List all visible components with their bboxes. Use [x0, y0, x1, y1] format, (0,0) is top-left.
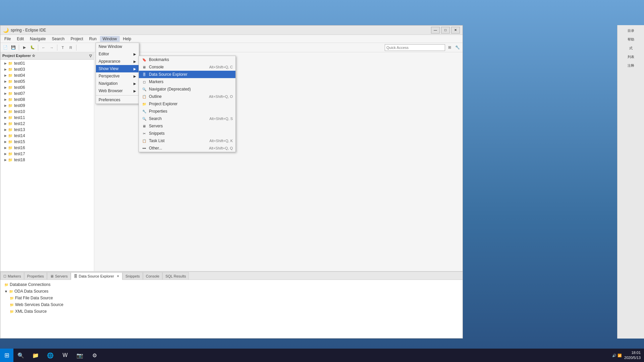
view-datasource-explorer[interactable]: 🗄 Data Source Explorer — [139, 71, 235, 78]
menu-window[interactable]: Window — [100, 36, 120, 42]
tab-properties[interactable]: Properties — [24, 272, 47, 280]
xml-datasource-node[interactable]: 📁 XML Data Source — [3, 308, 460, 315]
project-test18[interactable]: ▶ 📁 test18 — [0, 157, 94, 163]
view-outline[interactable]: 📋 Outline Alt+Shift+Q, O — [139, 93, 235, 100]
project-label: test04 — [14, 73, 25, 78]
view-search[interactable]: 🔍 Search Alt+Shift+Q, S — [139, 115, 235, 122]
tab-snippets[interactable]: Snippets — [122, 272, 143, 280]
project-test07[interactable]: ▶ 📁 test07 — [0, 90, 94, 97]
toolbar-back[interactable]: ← — [40, 44, 47, 51]
taskbar-app1[interactable]: 📷 — [72, 349, 87, 362]
panel-menu-icon[interactable]: ▽ — [89, 54, 92, 58]
folder-icon: 📁 — [10, 303, 14, 307]
folder-icon: 📁 — [8, 104, 13, 108]
tab-markers[interactable]: ◻ Markers — [0, 272, 24, 280]
menu-project[interactable]: Project — [68, 36, 86, 42]
menu-separator — [96, 95, 139, 96]
desktop: 🌙 spring - Eclipse IDE — □ ✕ File Edit N… — [0, 0, 644, 362]
project-test03[interactable]: ▶ 📁 test03 — [0, 66, 94, 72]
view-bookmarks[interactable]: 🔖 Bookmarks — [139, 56, 235, 63]
tab-console[interactable]: Console — [143, 272, 162, 280]
toolbar-debug[interactable]: 🐛 — [29, 44, 36, 51]
project-test10[interactable]: ▶ 📁 test10 — [0, 109, 94, 115]
menu-web-browser[interactable]: Web Browser ▶ — [96, 87, 139, 95]
taskbar-browser[interactable]: 🌐 — [43, 349, 58, 362]
minimize-button[interactable]: — — [431, 27, 440, 34]
project-test09[interactable]: ▶ 📁 test09 — [0, 103, 94, 109]
taskbar-settings[interactable]: ⚙ — [87, 349, 102, 362]
folder-icon: 📁 — [8, 152, 13, 156]
menu-perspective[interactable]: Perspective ▶ — [96, 72, 139, 80]
menu-help[interactable]: Help — [120, 36, 134, 42]
view-navigator-deprecated[interactable]: 🔍 Navigator (Deprecated) — [139, 85, 235, 93]
tab-close-icon[interactable]: ✕ — [117, 275, 119, 278]
taskbar-file-explorer[interactable]: 📁 — [28, 349, 43, 362]
eclipse-menubar: File Edit Navigate Search Project Run Wi… — [0, 35, 463, 43]
project-test01[interactable]: ▶ 📁 test01 — [0, 60, 94, 66]
project-test11[interactable]: ▶ 📁 test11 — [0, 115, 94, 121]
project-test14[interactable]: ▶ 📁 test14 — [0, 133, 94, 139]
taskbar-search[interactable]: 🔍 — [13, 349, 28, 362]
project-test06[interactable]: ▶ 📁 test06 — [0, 84, 94, 90]
tab-datasource[interactable]: 🗄 Data Source Explorer ✕ — [71, 273, 122, 280]
menu-search[interactable]: Search — [49, 36, 67, 42]
project-test17[interactable]: ▶ 📁 test17 — [0, 151, 94, 157]
project-test16[interactable]: ▶ 📁 test16 — [0, 145, 94, 151]
expand-icon: ▶ — [4, 158, 7, 162]
webservices-node[interactable]: 📁 Web Services Data Source — [3, 301, 460, 308]
menu-show-view[interactable]: Show View ▶ — [96, 65, 139, 72]
toolbar-perspective[interactable]: ⊞ — [446, 44, 453, 51]
menu-preferences[interactable]: Preferences — [96, 96, 139, 104]
toolbar-open-res[interactable]: R — [67, 44, 74, 51]
close-button[interactable]: ✕ — [451, 27, 460, 34]
far-right-btn-1[interactable]: 目录 — [621, 28, 641, 35]
snippets-label: Snippets — [149, 131, 165, 136]
project-test13[interactable]: ▶ 📁 test13 — [0, 127, 94, 133]
project-test15[interactable]: ▶ 📁 test15 — [0, 139, 94, 145]
toolbar-forward[interactable]: → — [48, 44, 55, 51]
project-explorer-content[interactable]: ▶ 📁 test01 ▶ 📁 test03 ▶ 📁 test04 — [0, 60, 94, 271]
flat-file-node[interactable]: 📁 Flat File Data Source — [3, 295, 460, 301]
menu-run[interactable]: Run — [87, 36, 99, 42]
far-right-btn-4[interactable]: 列表 — [621, 54, 641, 61]
project-test08[interactable]: ▶ 📁 test08 — [0, 97, 94, 103]
start-button[interactable]: ⊞ — [0, 349, 13, 362]
tab-servers[interactable]: 🖥 Servers — [47, 272, 71, 280]
taskbar-word[interactable]: W — [58, 349, 72, 362]
view-other[interactable]: ••• Other... Alt+Shift+Q, Q — [139, 144, 235, 152]
menu-navigate[interactable]: Navigate — [27, 36, 48, 42]
menu-appearance[interactable]: Appearance ▶ — [96, 58, 139, 65]
view-properties[interactable]: 🔧 Properties — [139, 108, 235, 115]
menu-new-window[interactable]: New Window — [96, 43, 139, 50]
tab-sqlresults[interactable]: SQL Results — [162, 272, 189, 280]
toolbar-new[interactable]: 📄 — [2, 44, 9, 51]
view-snippets[interactable]: ✂ Snippets — [139, 130, 235, 137]
view-project-explorer[interactable]: 📁 Project Explorer — [139, 100, 235, 108]
far-right-btn-3[interactable]: 式 — [621, 45, 641, 53]
far-right-btn-2[interactable]: 帮助 — [621, 37, 641, 44]
project-test12[interactable]: ▶ 📁 test12 — [0, 121, 94, 127]
view-servers[interactable]: 🖥 Servers — [139, 122, 235, 130]
project-label: test17 — [14, 152, 25, 156]
view-markers[interactable]: ◻ Markers — [139, 78, 235, 85]
db-connections-node[interactable]: 📁 Database Connections — [3, 281, 460, 288]
oda-datasources-node[interactable]: ▼ 📁 ODA Data Sources — [3, 288, 460, 295]
project-label: test05 — [14, 79, 25, 84]
menu-edit[interactable]: Edit — [14, 36, 26, 42]
toolbar-save[interactable]: 💾 — [10, 44, 17, 51]
quick-access-input[interactable] — [385, 44, 445, 51]
project-test04[interactable]: ▶ 📁 test04 — [0, 72, 94, 78]
toolbar-run[interactable]: ▶ — [21, 44, 28, 51]
project-test05[interactable]: ▶ 📁 test05 — [0, 78, 94, 84]
toolbar-icon-2[interactable]: 🔧 — [454, 44, 461, 51]
outline-icon: 📋 — [142, 94, 147, 99]
menu-editor[interactable]: Editor ▶ — [96, 50, 139, 58]
view-console[interactable]: 🖥 Console Alt+Shift+Q, C — [139, 63, 235, 71]
far-right-btn-5[interactable]: 注释 — [621, 63, 641, 70]
menu-file[interactable]: File — [2, 36, 13, 42]
toolbar-open-type[interactable]: T — [59, 44, 66, 51]
menu-navigation[interactable]: Navigation ▶ — [96, 80, 139, 87]
maximize-button[interactable]: □ — [441, 27, 450, 34]
view-task-list[interactable]: 📋 Task List Alt+Shift+Q, K — [139, 137, 235, 144]
project-label: test01 — [14, 61, 25, 66]
